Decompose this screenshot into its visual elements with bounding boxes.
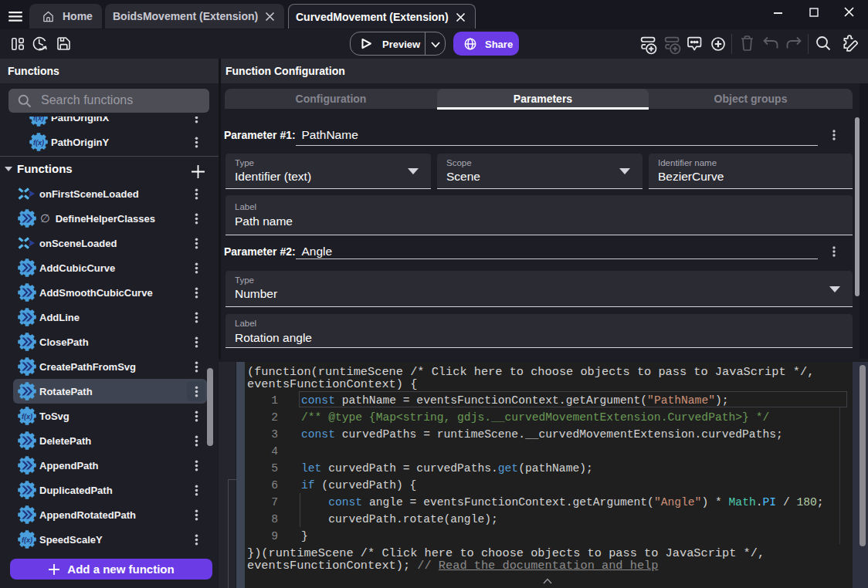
svg-text:f(x): f(x) bbox=[22, 413, 32, 421]
svg-text:f(x): f(x) bbox=[33, 139, 44, 147]
svg-text:f(x): f(x) bbox=[22, 536, 32, 544]
svg-text:f(x): f(x) bbox=[33, 117, 44, 122]
